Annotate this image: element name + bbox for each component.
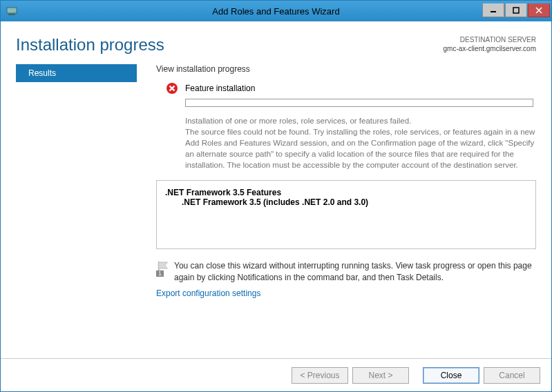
page-heading: Installation progress xyxy=(16,35,164,55)
features-list: .NET Framework 3.5 Features .NET Framewo… xyxy=(156,180,536,249)
export-config-link[interactable]: Export configuration settings xyxy=(156,288,536,298)
subheading: View installation progress xyxy=(156,64,536,74)
svg-rect-0 xyxy=(7,8,17,13)
svg-rect-3 xyxy=(513,8,519,13)
feature-parent: .NET Framework 3.5 Features xyxy=(165,188,527,197)
server-manager-icon xyxy=(6,6,17,17)
status-description: Installation of one or more roles, role … xyxy=(185,115,536,170)
destination-host: gmc-ax-client.gmcilserver.com xyxy=(444,44,536,53)
next-button: Next > xyxy=(352,367,409,384)
desc-line1: Installation of one or more roles, role … xyxy=(185,115,536,126)
maximize-button[interactable] xyxy=(505,3,527,17)
titlebar: Add Roles and Features Wizard xyxy=(1,1,551,21)
svg-rect-1 xyxy=(8,14,15,15)
previous-button: < Previous xyxy=(292,367,348,384)
notifications-flag-icon: 1 xyxy=(156,260,174,282)
wizard-footer: < Previous Next > Close Cancel xyxy=(1,358,551,391)
error-icon xyxy=(166,82,178,95)
sidebar-item-results[interactable]: Results xyxy=(16,64,137,82)
minimize-button[interactable] xyxy=(482,3,504,17)
cancel-button: Cancel xyxy=(484,367,540,384)
close-note: You can close this wizard without interr… xyxy=(174,260,536,282)
destination-label: DESTINATION SERVER xyxy=(444,35,536,44)
desc-rest: The source files could not be found. Try… xyxy=(185,126,536,170)
svg-text:1: 1 xyxy=(158,271,162,277)
status-title: Feature installation xyxy=(185,84,255,93)
close-button[interactable]: Close xyxy=(423,367,479,384)
progress-bar xyxy=(185,99,533,107)
window-controls xyxy=(482,3,550,19)
destination-server-info: DESTINATION SERVER gmc-ax-client.gmcilse… xyxy=(444,35,536,53)
sidebar: Results xyxy=(16,64,137,358)
main-panel: View installation progress Feature insta… xyxy=(137,64,536,358)
window-title: Add Roles and Features Wizard xyxy=(1,6,551,17)
feature-child: .NET Framework 3.5 (includes .NET 2.0 an… xyxy=(165,197,527,207)
close-window-button[interactable] xyxy=(528,3,550,17)
